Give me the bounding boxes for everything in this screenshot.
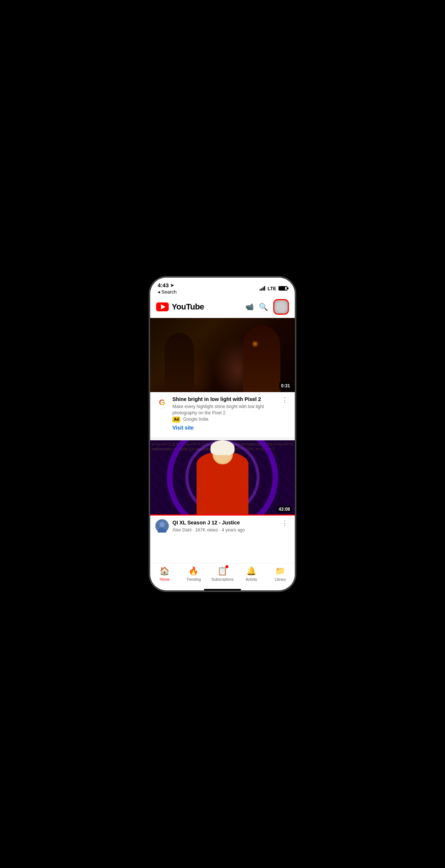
thumbnail-image-2: x²+(y-x²)²=1 ∫∑π√ x²+(y-x²)²=1 ∫∑π√ alge… bbox=[150, 440, 295, 514]
back-label: Search bbox=[161, 289, 177, 295]
video-duration-2: 43:08 bbox=[277, 506, 292, 513]
video-details-1: Shine bright in low light with Pixel 2 M… bbox=[172, 396, 276, 431]
wig bbox=[211, 440, 235, 455]
google-g-letter: G bbox=[159, 398, 165, 407]
battery-fill bbox=[279, 287, 285, 290]
video-progress-bar bbox=[150, 514, 295, 516]
thumbnail-image-1 bbox=[150, 318, 295, 392]
channel-avatar-google[interactable]: G bbox=[155, 396, 169, 409]
time-label: 4:43 bbox=[158, 282, 169, 288]
figure-right bbox=[243, 325, 280, 392]
library-icon: 📁 bbox=[275, 566, 285, 576]
status-left: 4:43 ➤ ◂ Search bbox=[158, 282, 177, 295]
more-options-button-1[interactable]: ⋮ bbox=[280, 396, 290, 404]
nav-item-activity[interactable]: 🔔 Activity bbox=[240, 566, 263, 582]
video-title-1[interactable]: Shine bright in low light with Pixel 2 bbox=[172, 396, 276, 402]
avatar-image bbox=[274, 300, 288, 314]
video-details-2: QI XL Season J 12 - Justice Alex Dahl · … bbox=[172, 519, 276, 533]
nav-item-trending[interactable]: 🔥 Trending bbox=[182, 566, 205, 582]
logo-area: YouTube bbox=[156, 302, 204, 312]
thumbnail-figure bbox=[197, 451, 248, 514]
video-card-2: x²+(y-x²)²=1 ∫∑π√ x²+(y-x²)²=1 ∫∑π√ alge… bbox=[150, 440, 295, 537]
video-duration-1: 0:31 bbox=[279, 382, 292, 389]
subscriptions-label: Subscriptions bbox=[211, 577, 234, 582]
battery-icon bbox=[278, 286, 287, 291]
content-area: 0:31 G Shine bright in low light with Pi… bbox=[150, 318, 295, 563]
home-indicator bbox=[204, 589, 241, 590]
video-meta-2: Alex Dahl · 167K views · 4 years ago bbox=[172, 527, 276, 533]
signal-bars-icon bbox=[260, 286, 265, 291]
status-time: 4:43 ➤ bbox=[158, 282, 177, 288]
status-bar: 4:43 ➤ ◂ Search LTE bbox=[150, 278, 295, 296]
section-divider bbox=[150, 437, 295, 440]
video-card-ad: 0:31 G Shine bright in low light with Pi… bbox=[150, 318, 295, 434]
nav-item-subscriptions[interactable]: 📋 Subscriptions bbox=[211, 566, 234, 582]
svg-point-1 bbox=[159, 522, 165, 527]
search-icon[interactable]: 🔍 bbox=[259, 302, 268, 311]
location-arrow-icon: ➤ bbox=[170, 283, 174, 288]
activity-label: Activity bbox=[245, 577, 257, 582]
back-chevron-icon: ◂ bbox=[158, 289, 160, 295]
camera-icon[interactable]: 📹 bbox=[245, 303, 254, 311]
trending-label: Trending bbox=[186, 577, 201, 582]
subscriptions-icon: 📋 bbox=[217, 566, 227, 576]
phone-frame: 4:43 ➤ ◂ Search LTE YouTube bbox=[150, 278, 295, 590]
status-back[interactable]: ◂ Search bbox=[158, 289, 177, 295]
video-thumbnail-1[interactable]: 0:31 bbox=[150, 318, 295, 392]
video-info-2: QI XL Season J 12 - Justice Alex Dahl · … bbox=[150, 516, 295, 537]
library-label: Library bbox=[275, 577, 286, 582]
home-label: Home bbox=[160, 577, 170, 582]
activity-icon: 🔔 bbox=[246, 566, 256, 576]
video-meta-1: Make every highlight shine bright with l… bbox=[172, 404, 276, 423]
more-options-button-2[interactable]: ⋮ bbox=[280, 519, 290, 527]
home-icon: 🏠 bbox=[159, 566, 169, 576]
app-header: YouTube 📹 🔍 bbox=[150, 296, 295, 318]
channel-name-1: Google India bbox=[183, 417, 208, 422]
lte-label: LTE bbox=[267, 286, 276, 291]
figure-left bbox=[165, 333, 194, 392]
app-name: YouTube bbox=[172, 302, 204, 312]
nav-item-library[interactable]: 📁 Library bbox=[269, 566, 291, 582]
status-right: LTE bbox=[260, 286, 287, 291]
avatar-container bbox=[273, 299, 289, 315]
video-description-1: Make every highlight shine bright with l… bbox=[172, 404, 264, 415]
video-thumbnail-2[interactable]: x²+(y-x²)²=1 ∫∑π√ x²+(y-x²)²=1 ∫∑π√ alge… bbox=[150, 440, 295, 516]
header-icons: 📹 🔍 bbox=[245, 299, 289, 315]
visit-site-link[interactable]: Visit site bbox=[172, 425, 276, 431]
ad-badge: Ad bbox=[172, 417, 180, 423]
video-title-2[interactable]: QI XL Season J 12 - Justice bbox=[172, 519, 276, 526]
nav-item-home[interactable]: 🏠 Home bbox=[154, 566, 176, 582]
video-info-1: G Shine bright in low light with Pixel 2… bbox=[150, 392, 295, 434]
notification-dot bbox=[225, 565, 228, 568]
glow-effect bbox=[251, 340, 259, 348]
account-avatar-button[interactable] bbox=[273, 299, 289, 315]
bottom-navigation: 🏠 Home 🔥 Trending 📋 Subscriptions 🔔 Acti… bbox=[150, 563, 295, 587]
trending-icon: 🔥 bbox=[188, 566, 198, 576]
channel-avatar-alex[interactable] bbox=[155, 519, 169, 533]
youtube-logo-icon[interactable] bbox=[156, 302, 169, 311]
